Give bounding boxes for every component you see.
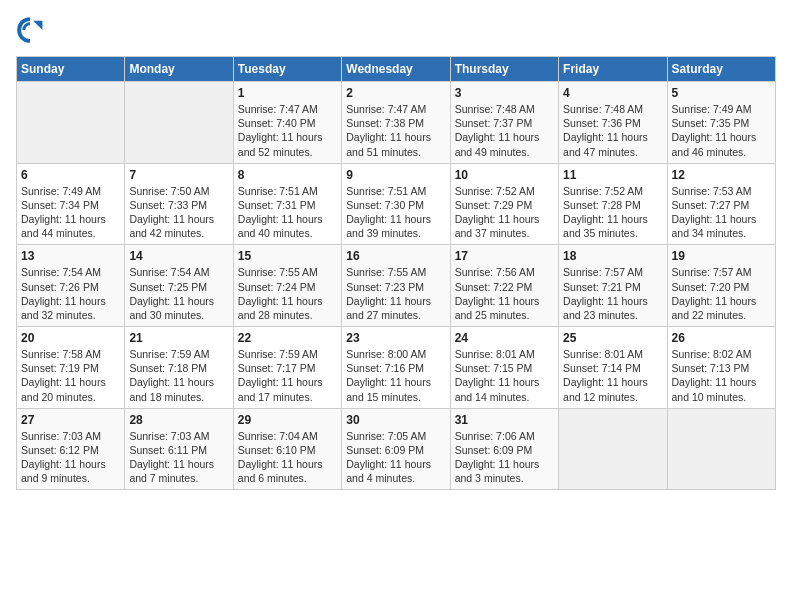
day-number: 7 [129, 168, 228, 182]
day-number: 14 [129, 249, 228, 263]
day-info: Sunrise: 7:52 AM Sunset: 7:29 PM Dayligh… [455, 184, 554, 241]
day-info: Sunrise: 7:06 AM Sunset: 6:09 PM Dayligh… [455, 429, 554, 486]
calendar-cell [17, 82, 125, 164]
weekday-header: Monday [125, 57, 233, 82]
day-number: 10 [455, 168, 554, 182]
weekday-header: Tuesday [233, 57, 341, 82]
calendar-week-row: 27 Sunrise: 7:03 AM Sunset: 6:12 PM Dayl… [17, 408, 776, 490]
day-info: Sunrise: 7:57 AM Sunset: 7:20 PM Dayligh… [672, 265, 771, 322]
day-info: Sunrise: 7:04 AM Sunset: 6:10 PM Dayligh… [238, 429, 337, 486]
calendar-cell: 21 Sunrise: 7:59 AM Sunset: 7:18 PM Dayl… [125, 327, 233, 409]
calendar-week-row: 13 Sunrise: 7:54 AM Sunset: 7:26 PM Dayl… [17, 245, 776, 327]
day-info: Sunrise: 7:55 AM Sunset: 7:24 PM Dayligh… [238, 265, 337, 322]
calendar-cell: 20 Sunrise: 7:58 AM Sunset: 7:19 PM Dayl… [17, 327, 125, 409]
calendar-cell: 23 Sunrise: 8:00 AM Sunset: 7:16 PM Dayl… [342, 327, 450, 409]
day-number: 29 [238, 413, 337, 427]
page-header [16, 16, 776, 44]
day-info: Sunrise: 7:56 AM Sunset: 7:22 PM Dayligh… [455, 265, 554, 322]
weekday-header: Wednesday [342, 57, 450, 82]
day-info: Sunrise: 7:53 AM Sunset: 7:27 PM Dayligh… [672, 184, 771, 241]
day-number: 16 [346, 249, 445, 263]
calendar-cell: 6 Sunrise: 7:49 AM Sunset: 7:34 PM Dayli… [17, 163, 125, 245]
day-info: Sunrise: 7:47 AM Sunset: 7:38 PM Dayligh… [346, 102, 445, 159]
calendar-week-row: 6 Sunrise: 7:49 AM Sunset: 7:34 PM Dayli… [17, 163, 776, 245]
day-number: 9 [346, 168, 445, 182]
day-info: Sunrise: 7:54 AM Sunset: 7:25 PM Dayligh… [129, 265, 228, 322]
day-number: 30 [346, 413, 445, 427]
calendar-cell: 22 Sunrise: 7:59 AM Sunset: 7:17 PM Dayl… [233, 327, 341, 409]
calendar-cell: 4 Sunrise: 7:48 AM Sunset: 7:36 PM Dayli… [559, 82, 667, 164]
day-number: 31 [455, 413, 554, 427]
calendar-cell: 8 Sunrise: 7:51 AM Sunset: 7:31 PM Dayli… [233, 163, 341, 245]
calendar-cell: 10 Sunrise: 7:52 AM Sunset: 7:29 PM Dayl… [450, 163, 558, 245]
day-number: 6 [21, 168, 120, 182]
calendar-cell: 27 Sunrise: 7:03 AM Sunset: 6:12 PM Dayl… [17, 408, 125, 490]
day-info: Sunrise: 7:51 AM Sunset: 7:30 PM Dayligh… [346, 184, 445, 241]
calendar-cell: 28 Sunrise: 7:03 AM Sunset: 6:11 PM Dayl… [125, 408, 233, 490]
calendar-cell: 9 Sunrise: 7:51 AM Sunset: 7:30 PM Dayli… [342, 163, 450, 245]
day-info: Sunrise: 7:48 AM Sunset: 7:37 PM Dayligh… [455, 102, 554, 159]
calendar-cell [667, 408, 775, 490]
calendar-cell: 30 Sunrise: 7:05 AM Sunset: 6:09 PM Dayl… [342, 408, 450, 490]
calendar-cell: 5 Sunrise: 7:49 AM Sunset: 7:35 PM Dayli… [667, 82, 775, 164]
svg-marker-0 [33, 21, 42, 30]
day-info: Sunrise: 7:58 AM Sunset: 7:19 PM Dayligh… [21, 347, 120, 404]
day-info: Sunrise: 7:51 AM Sunset: 7:31 PM Dayligh… [238, 184, 337, 241]
weekday-header: Friday [559, 57, 667, 82]
day-info: Sunrise: 7:03 AM Sunset: 6:12 PM Dayligh… [21, 429, 120, 486]
day-info: Sunrise: 7:05 AM Sunset: 6:09 PM Dayligh… [346, 429, 445, 486]
calendar-cell: 7 Sunrise: 7:50 AM Sunset: 7:33 PM Dayli… [125, 163, 233, 245]
day-number: 26 [672, 331, 771, 345]
calendar-cell: 19 Sunrise: 7:57 AM Sunset: 7:20 PM Dayl… [667, 245, 775, 327]
calendar-cell: 26 Sunrise: 8:02 AM Sunset: 7:13 PM Dayl… [667, 327, 775, 409]
day-number: 27 [21, 413, 120, 427]
calendar-week-row: 1 Sunrise: 7:47 AM Sunset: 7:40 PM Dayli… [17, 82, 776, 164]
calendar-cell: 17 Sunrise: 7:56 AM Sunset: 7:22 PM Dayl… [450, 245, 558, 327]
calendar-cell [559, 408, 667, 490]
calendar-cell: 29 Sunrise: 7:04 AM Sunset: 6:10 PM Dayl… [233, 408, 341, 490]
day-info: Sunrise: 7:52 AM Sunset: 7:28 PM Dayligh… [563, 184, 662, 241]
logo-icon [16, 16, 44, 44]
calendar-cell: 14 Sunrise: 7:54 AM Sunset: 7:25 PM Dayl… [125, 245, 233, 327]
calendar-cell: 24 Sunrise: 8:01 AM Sunset: 7:15 PM Dayl… [450, 327, 558, 409]
day-info: Sunrise: 8:01 AM Sunset: 7:14 PM Dayligh… [563, 347, 662, 404]
day-info: Sunrise: 7:50 AM Sunset: 7:33 PM Dayligh… [129, 184, 228, 241]
day-number: 24 [455, 331, 554, 345]
day-info: Sunrise: 8:02 AM Sunset: 7:13 PM Dayligh… [672, 347, 771, 404]
logo [16, 16, 48, 44]
calendar-week-row: 20 Sunrise: 7:58 AM Sunset: 7:19 PM Dayl… [17, 327, 776, 409]
calendar-cell: 13 Sunrise: 7:54 AM Sunset: 7:26 PM Dayl… [17, 245, 125, 327]
day-info: Sunrise: 8:01 AM Sunset: 7:15 PM Dayligh… [455, 347, 554, 404]
day-number: 5 [672, 86, 771, 100]
calendar-cell [125, 82, 233, 164]
day-number: 18 [563, 249, 662, 263]
day-info: Sunrise: 7:57 AM Sunset: 7:21 PM Dayligh… [563, 265, 662, 322]
day-number: 11 [563, 168, 662, 182]
day-info: Sunrise: 7:49 AM Sunset: 7:35 PM Dayligh… [672, 102, 771, 159]
day-number: 17 [455, 249, 554, 263]
calendar-table: SundayMondayTuesdayWednesdayThursdayFrid… [16, 56, 776, 490]
day-number: 22 [238, 331, 337, 345]
day-number: 28 [129, 413, 228, 427]
day-info: Sunrise: 7:48 AM Sunset: 7:36 PM Dayligh… [563, 102, 662, 159]
day-info: Sunrise: 7:03 AM Sunset: 6:11 PM Dayligh… [129, 429, 228, 486]
day-info: Sunrise: 7:49 AM Sunset: 7:34 PM Dayligh… [21, 184, 120, 241]
calendar-cell: 18 Sunrise: 7:57 AM Sunset: 7:21 PM Dayl… [559, 245, 667, 327]
weekday-header: Thursday [450, 57, 558, 82]
weekday-header: Sunday [17, 57, 125, 82]
calendar-cell: 25 Sunrise: 8:01 AM Sunset: 7:14 PM Dayl… [559, 327, 667, 409]
day-number: 23 [346, 331, 445, 345]
day-number: 15 [238, 249, 337, 263]
day-info: Sunrise: 7:59 AM Sunset: 7:17 PM Dayligh… [238, 347, 337, 404]
day-number: 13 [21, 249, 120, 263]
day-number: 8 [238, 168, 337, 182]
day-number: 12 [672, 168, 771, 182]
calendar-cell: 1 Sunrise: 7:47 AM Sunset: 7:40 PM Dayli… [233, 82, 341, 164]
day-number: 21 [129, 331, 228, 345]
day-number: 20 [21, 331, 120, 345]
day-info: Sunrise: 8:00 AM Sunset: 7:16 PM Dayligh… [346, 347, 445, 404]
day-number: 2 [346, 86, 445, 100]
day-info: Sunrise: 7:54 AM Sunset: 7:26 PM Dayligh… [21, 265, 120, 322]
day-number: 1 [238, 86, 337, 100]
calendar-header-row: SundayMondayTuesdayWednesdayThursdayFrid… [17, 57, 776, 82]
